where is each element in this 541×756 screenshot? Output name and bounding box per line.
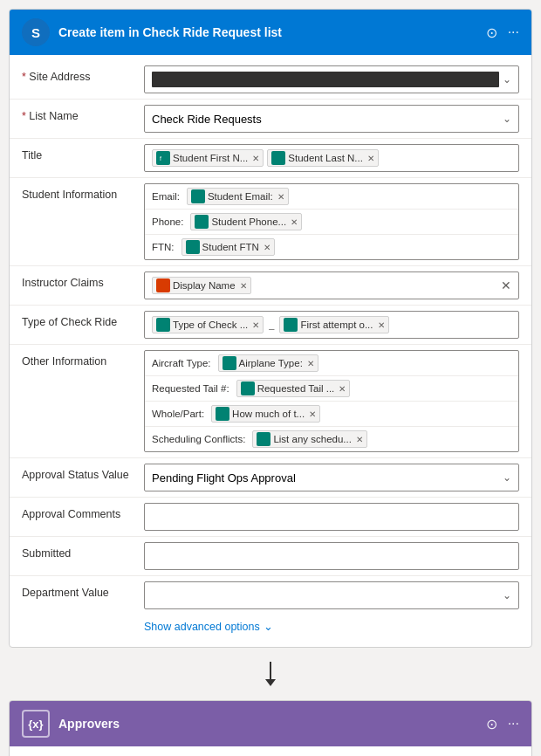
whole-part-tag-close[interactable]: ✕ (309, 409, 316, 419)
type-tag-text-0: Type of Check ... (173, 320, 248, 330)
submitted-label: Submitted (22, 542, 144, 560)
approvers-header: {x} Approvers ⊙ ··· (10, 701, 531, 746)
requested-tail-icon (241, 381, 255, 395)
type-tag-text-1: First attempt o... (300, 320, 373, 330)
instructor-tag: Display Name ✕ (152, 277, 251, 294)
card-body: Site Address ⌄ List Name Check Ride Requ… (10, 55, 531, 647)
phone-tag-close[interactable]: ✕ (291, 217, 298, 227)
submitted-input[interactable] (144, 542, 519, 570)
list-name-label: List Name (22, 105, 144, 122)
svg-rect-12 (259, 435, 268, 443)
aircraft-tag-close[interactable]: ✕ (307, 359, 314, 368)
card-title: Create item in Check Ride Request list (58, 25, 282, 39)
header-icons: ⊙ ··· (486, 24, 519, 41)
header-left: S Create item in Check Ride Request list (22, 18, 282, 46)
instructor-claims-label: Instructor Claims (22, 271, 144, 289)
ftn-tag-close[interactable]: ✕ (264, 243, 270, 252)
phone-tag: Student Phone... ✕ (190, 213, 302, 230)
list-name-value: Check Ride Requests ⌄ (144, 105, 519, 133)
instructor-tag-text: Display Name (173, 280, 236, 291)
svg-rect-11 (218, 409, 227, 418)
student-info-fields: Email: Student Email: ✕ Phone: (144, 183, 519, 260)
department-arrow: ⌄ (503, 589, 511, 601)
type-tag-close-1[interactable]: ✕ (378, 320, 385, 330)
aircraft-type-row: Aircraft Type: Airplane Type: ✕ (145, 351, 518, 376)
approvers-body: Name varApprovers Type String ⌄ Value (10, 746, 531, 756)
other-info-row: Other Information Aircraft Type: Airplan… (10, 345, 531, 457)
site-address-arrow: ⌄ (503, 73, 511, 86)
tag-close-0[interactable]: ✕ (252, 154, 259, 163)
student-info-row: Student Information Email: Student Email… (10, 178, 531, 265)
card-create-item: S Create item in Check Ride Request list… (9, 9, 532, 648)
svg-rect-4 (197, 217, 206, 226)
student-info-label: Student Information (22, 183, 144, 201)
more-options-icon[interactable]: ··· (508, 24, 519, 40)
department-value-field: ⌄ (144, 581, 519, 609)
department-dropdown[interactable]: ⌄ (144, 581, 519, 609)
approvers-avatar-symbol: {x} (28, 718, 43, 731)
site-address-dropdown[interactable]: ⌄ (144, 65, 519, 93)
tag-text-0: Student First N... (173, 153, 248, 163)
title-input[interactable]: f Student First N... ✕ Student Last N...… (144, 144, 519, 172)
card-approvers: {x} Approvers ⊙ ··· Name varApprovers Ty… (9, 700, 532, 756)
svg-rect-7 (159, 320, 168, 329)
approval-comments-input[interactable] (144, 503, 519, 531)
tag-close-1[interactable]: ✕ (367, 154, 374, 163)
other-info-fields: Aircraft Type: Airplane Type: ✕ Requeste… (144, 350, 519, 452)
scheduling-label: Scheduling Conflicts: (152, 434, 245, 444)
name-row: Name varApprovers (10, 752, 531, 756)
title-tag-1: Student Last N... ✕ (267, 149, 379, 167)
ftn-sub-label: FTN: (152, 242, 175, 252)
email-sub-label: Email: (152, 191, 180, 202)
show-advanced-chevron: ⌄ (264, 620, 273, 633)
site-address-value: ⌄ (144, 65, 519, 93)
ftn-tag: Student FTN ✕ (181, 238, 275, 256)
instructor-tag-close[interactable]: ✕ (240, 281, 247, 291)
phone-tag-text: Student Phone... (211, 216, 286, 227)
approval-status-row: Approval Status Value Pending Flight Ops… (10, 458, 531, 497)
type-tag-close-0[interactable]: ✕ (252, 320, 259, 330)
aircraft-icon (223, 356, 236, 370)
approval-comments-label: Approval Comments (22, 503, 144, 520)
other-info-label: Other Information (22, 350, 144, 368)
approval-status-dropdown[interactable]: Pending Flight Ops Approval ⌄ (144, 464, 519, 491)
email-icon (191, 189, 205, 203)
email-tag-text: Student Email: (208, 191, 273, 202)
whole-part-label: Whole/Part: (152, 409, 204, 419)
ftn-row: FTN: Student FTN ✕ (145, 235, 518, 259)
type-separator: _ (267, 320, 276, 330)
requested-tail-label: Requested Tail #: (152, 383, 229, 394)
aircraft-type-label: Aircraft Type: (152, 358, 211, 368)
tag-text-1: Student Last N... (288, 153, 363, 163)
type-check-ride-value: Type of Check ... ✕ _ First attempt o...… (144, 311, 519, 339)
approvers-more-icon[interactable]: ··· (508, 716, 519, 732)
help-icon[interactable]: ⊙ (486, 24, 497, 41)
approval-comments-value (144, 503, 519, 531)
svg-rect-3 (194, 192, 202, 201)
instructor-claims-input[interactable]: Display Name ✕ ✕ (144, 271, 519, 299)
svg-rect-8 (286, 320, 295, 329)
approval-status-arrow: ⌄ (503, 471, 511, 484)
requested-tail-tag-close[interactable]: ✕ (339, 384, 346, 394)
email-tag: Student Email: ✕ (187, 188, 289, 205)
approvers-help-icon[interactable]: ⊙ (486, 716, 497, 732)
scheduling-tag-close[interactable]: ✕ (356, 435, 363, 444)
instructor-clear-icon[interactable]: ✕ (501, 278, 511, 292)
email-tag-close[interactable]: ✕ (277, 192, 284, 202)
scheduling-tag: List any schedu... ✕ (252, 430, 367, 448)
site-address-row: Site Address ⌄ (10, 60, 531, 99)
department-value-label: Department Value (22, 581, 144, 599)
approvers-title: Approvers (58, 717, 120, 731)
list-name-dropdown[interactable]: Check Ride Requests ⌄ (144, 105, 519, 133)
type-check-ride-input[interactable]: Type of Check ... ✕ _ First attempt o...… (144, 311, 519, 339)
student-info-value: Email: Student Email: ✕ Phone: (144, 183, 519, 260)
site-address-label: Site Address (22, 65, 144, 83)
approval-status-label: Approval Status Value (22, 464, 144, 481)
approvers-header-left: {x} Approvers (22, 710, 120, 738)
whole-part-tag: How much of t... ✕ (211, 405, 320, 423)
approval-comments-row: Approval Comments (10, 498, 531, 536)
scheduling-tag-text: List any schedu... (273, 434, 352, 444)
email-row: Email: Student Email: ✕ (145, 184, 518, 210)
show-advanced-options[interactable]: Show advanced options ⌄ (10, 615, 531, 642)
requested-tail-tag: Requested Tail ... ✕ (236, 380, 351, 397)
